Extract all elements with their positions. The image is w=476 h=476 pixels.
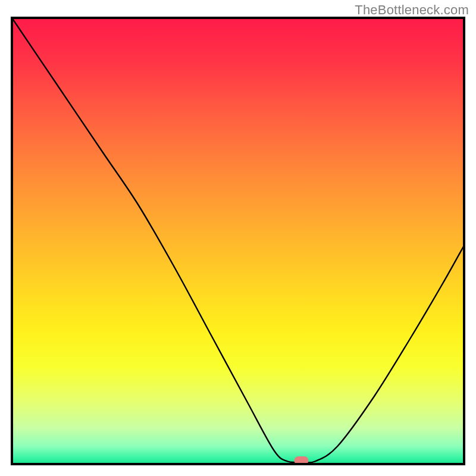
plot-background [12,18,464,464]
watermark-text: TheBottleneck.com [355,2,469,18]
chart-container: TheBottleneck.com [0,0,476,476]
bottleneck-chart [0,0,476,476]
